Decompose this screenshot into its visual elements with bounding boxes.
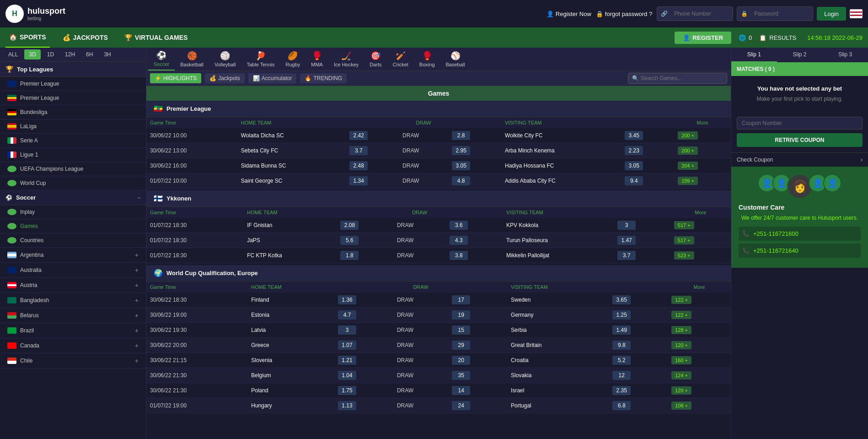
time-btn-3d[interactable]: 3D (24, 49, 40, 60)
odds-btn[interactable]: 9.4 (625, 176, 643, 185)
odds-btn[interactable]: 2.95 (452, 146, 470, 155)
odds-btn[interactable]: 2.8 (452, 131, 470, 140)
sports-tab-mma[interactable]: 🥊MMA (305, 48, 328, 70)
odds-btn[interactable]: 12 (612, 371, 631, 380)
register-now-link[interactable]: 👤 Register Now (547, 11, 591, 17)
odds-btn[interactable]: 14 (452, 386, 470, 395)
odds-btn[interactable]: 4.3 (450, 236, 468, 245)
register-button[interactable]: 👤 REGISTER (675, 32, 731, 44)
sports-tab-volleyball[interactable]: 🏐Volleyball (209, 48, 241, 70)
accumulator-btn[interactable]: 📊 Accumulator (248, 73, 297, 83)
time-btn-12h[interactable]: 12H (60, 49, 80, 60)
odds-btn[interactable]: 1.04 (338, 371, 356, 380)
nav-virtual[interactable]: 🏆 VIRTUAL GAMES (121, 27, 192, 48)
sports-tab-basketball[interactable]: 🏀Basketball (175, 48, 209, 70)
time-btn-1d[interactable]: 1D (43, 49, 59, 60)
league-header-ykkonen[interactable]: 🇫🇮 Ykkonen (146, 190, 731, 207)
sports-tab-cricket[interactable]: 🏏Cricket (387, 48, 414, 70)
soccer-category-header[interactable]: ⚽ Soccer − (0, 190, 146, 205)
sports-tab-darts[interactable]: 🎯Darts (364, 48, 387, 70)
odds-btn[interactable]: 1.21 (338, 356, 356, 365)
nav-results[interactable]: 📋 RESULTS (759, 34, 796, 41)
login-button[interactable]: Login (817, 7, 846, 21)
odds-btn[interactable]: 1.13 (338, 401, 356, 410)
odds-btn[interactable]: 2.35 (612, 386, 631, 395)
sports-tab-baseball[interactable]: ⚾Baseball (440, 48, 471, 70)
phone-row-2[interactable]: 📞 +251-116721640 (739, 244, 861, 258)
sidebar-item-serie-a[interactable]: Serie A (0, 134, 146, 148)
nav-jackpots[interactable]: 💰 JACKPOTS (59, 27, 112, 48)
sidebar-item-ligue1[interactable]: Ligue 1 (0, 148, 146, 162)
time-btn-all[interactable]: ALL (4, 49, 22, 60)
sidebar-item-argentina[interactable]: Argentina + (0, 248, 146, 263)
search-input[interactable] (641, 75, 723, 81)
sidebar-item-chile[interactable]: Chile + (0, 353, 146, 369)
sidebar-item-brazil[interactable]: Brazil + (0, 323, 146, 338)
sidebar-item-bundesliga[interactable]: Bundesliga (0, 105, 146, 119)
odds-btn[interactable]: 2.42 (349, 131, 368, 140)
odds-btn[interactable]: 5.2 (612, 356, 631, 365)
odds-btn[interactable]: 35 (452, 371, 470, 380)
odds-btn[interactable]: 3.45 (625, 131, 643, 140)
sidebar-item-belarus[interactable]: Belarus + (0, 308, 146, 323)
sports-tab-boxing[interactable]: 🥊Boxing (414, 48, 440, 70)
sidebar-item-games[interactable]: Games (0, 219, 146, 233)
more-btn[interactable]: 108 + (671, 401, 691, 410)
sports-tab-icehockey[interactable]: 🏒Ice Hockey (328, 48, 364, 70)
odds-btn[interactable]: 3.65 (612, 295, 631, 304)
language-flag[interactable] (850, 9, 863, 18)
odds-btn[interactable]: 3 (617, 221, 636, 230)
sports-tab-rugby[interactable]: 🏉Rugby (280, 48, 305, 70)
nav-sports[interactable]: 🏠 SPORTS (5, 27, 50, 48)
more-btn[interactable]: 517 + (674, 221, 694, 229)
sidebar-item-austria[interactable]: Austria + (0, 278, 146, 293)
retrieve-coupon-button[interactable]: RETRIVE COUPON (737, 133, 863, 147)
coupon-input[interactable] (737, 117, 863, 130)
time-btn-6h[interactable]: 6H (81, 49, 97, 60)
password-input[interactable] (750, 7, 809, 21)
highlights-btn[interactable]: ⚡ HIGHLIGHTS (150, 73, 201, 83)
odds-btn[interactable]: 2.08 (340, 221, 359, 230)
sidebar-item-laliga[interactable]: LaLiga (0, 119, 146, 134)
odds-btn[interactable]: 24 (452, 401, 470, 410)
more-btn[interactable]: 204 + (678, 162, 698, 170)
sidebar-item-premier-league-uk[interactable]: Premier League (0, 77, 146, 91)
odds-btn[interactable]: 3.05 (452, 161, 470, 170)
sidebar-item-inplay[interactable]: Inplay (0, 205, 146, 219)
odds-btn[interactable]: 5.6 (340, 236, 359, 245)
more-btn[interactable]: 122 + (671, 311, 691, 319)
forgot-password-link[interactable]: 🔒 forgot password ? (596, 11, 652, 17)
top-leagues-header[interactable]: 🏆 Top Leagues (0, 62, 146, 77)
odds-btn[interactable]: 9.8 (612, 341, 631, 350)
more-btn[interactable]: 523 + (674, 251, 694, 260)
odds-btn[interactable]: 1.36 (338, 295, 356, 304)
odds-btn[interactable]: 3.6 (450, 221, 468, 230)
odds-btn[interactable]: 29 (452, 341, 470, 350)
slip-tab-3[interactable]: Slip 3 (822, 48, 868, 62)
check-coupon-row[interactable]: Check Coupon › (731, 152, 868, 167)
odds-btn[interactable]: 3.8 (450, 251, 468, 260)
odds-btn[interactable]: 3.7 (349, 146, 368, 155)
sidebar-item-canada[interactable]: Canada + (0, 338, 146, 353)
odds-btn[interactable]: 20 (452, 356, 470, 365)
more-btn[interactable]: 199 + (678, 177, 698, 185)
sidebar-item-world-cup[interactable]: World Cup (0, 176, 146, 190)
odds-btn[interactable]: 1.47 (617, 236, 636, 245)
trending-btn[interactable]: 🔥 TRENDING (300, 73, 347, 83)
more-btn[interactable]: 120 + (671, 341, 691, 349)
odds-btn[interactable]: 3.05 (625, 161, 643, 170)
odds-btn[interactable]: 1.25 (612, 310, 631, 320)
odds-btn[interactable]: 6.8 (612, 401, 631, 410)
more-btn[interactable]: 517 + (674, 236, 694, 244)
odds-btn[interactable]: 1.8 (340, 251, 359, 260)
more-btn[interactable]: 128 + (671, 326, 691, 334)
sports-tab-tabletennis[interactable]: 🏓Table Tennis (241, 48, 280, 70)
league-header-premier[interactable]: 🇪🇹 Premier League (146, 101, 731, 117)
sidebar-item-bangladesh[interactable]: Bangladesh + (0, 293, 146, 308)
odds-btn[interactable]: 15 (452, 325, 470, 335)
nav-counter[interactable]: 🌐 0 (739, 34, 752, 41)
more-btn[interactable]: 124 + (671, 371, 691, 379)
odds-btn[interactable]: 1.34 (349, 176, 368, 185)
phone-row-1[interactable]: 📞 +251-116721600 (739, 227, 861, 241)
odds-btn[interactable]: 17 (452, 295, 470, 304)
